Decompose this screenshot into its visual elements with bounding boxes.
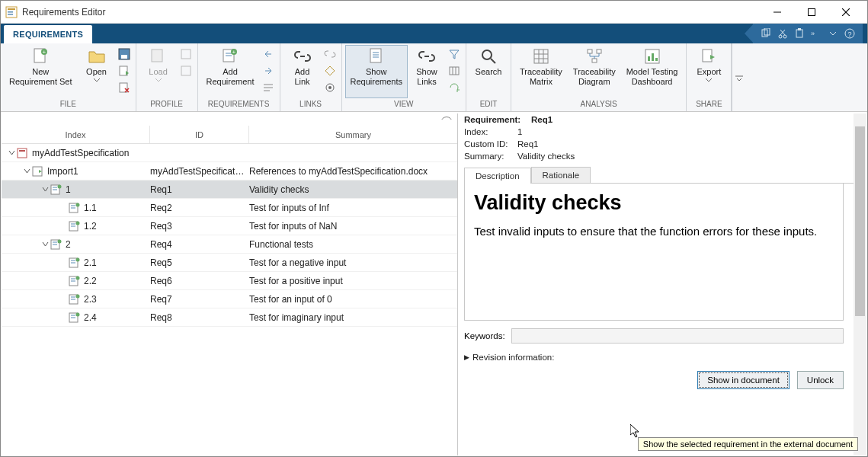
- minimize-button[interactable]: [760, 2, 794, 23]
- table-row[interactable]: myAddTestSpecification: [2, 144, 457, 162]
- unlink-icon[interactable]: [322, 46, 338, 62]
- table-row[interactable]: 2.1Req5Test for a negative input: [2, 254, 457, 272]
- title-bar: Requirements Editor: [1, 1, 867, 24]
- traceability-matrix-button[interactable]: Traceability Matrix: [514, 45, 568, 98]
- load-profile-button[interactable]: Load: [139, 45, 178, 98]
- import-icon: [32, 165, 44, 177]
- label: Traceability Matrix: [520, 67, 562, 86]
- app-icon: [5, 6, 18, 18]
- row-id: Req3: [150, 221, 249, 232]
- new-requirement-set-button[interactable]: + New Requirement Set: [4, 45, 78, 98]
- expand-toggle[interactable]: [21, 168, 32, 174]
- keywords-input[interactable]: [511, 328, 844, 344]
- col-index[interactable]: Index: [2, 126, 150, 143]
- tooltip: Show the selected requirement in the ext…: [638, 437, 858, 451]
- help-icon[interactable]: ?: [841, 25, 858, 42]
- col-id[interactable]: ID: [150, 126, 249, 143]
- more-icon[interactable]: »: [808, 25, 825, 42]
- show-in-document-button[interactable]: Show in document: [697, 371, 790, 389]
- expand-toggle[interactable]: [40, 241, 50, 248]
- link-gear-icon[interactable]: [322, 80, 338, 95]
- req-icon: [69, 202, 81, 214]
- req-icon: [50, 238, 62, 251]
- expand-toggle[interactable]: [40, 186, 50, 193]
- table-row[interactable]: Import1myAddTestSpecificationReferences …: [2, 162, 457, 181]
- row-index: 1.1: [84, 203, 97, 213]
- refresh-icon[interactable]: [446, 80, 463, 95]
- group-label-edit: EDIT: [469, 100, 508, 111]
- model-testing-dashboard-button[interactable]: Model Testing Dashboard: [621, 45, 684, 98]
- tab-requirements[interactable]: REQUIREMENTS: [4, 25, 92, 43]
- promote-icon[interactable]: [260, 46, 277, 62]
- label: Search: [476, 67, 502, 77]
- row-summary: Test for inputs of Inf: [249, 203, 457, 213]
- traceability-diagram-button[interactable]: Traceability Diagram: [568, 45, 621, 98]
- copy-icon[interactable]: [757, 25, 774, 42]
- new-file-icon: +: [31, 47, 50, 66]
- row-index: 1: [66, 184, 71, 195]
- show-requirements-button[interactable]: Show Requirements: [345, 45, 408, 98]
- dropdown-icon[interactable]: [825, 25, 841, 42]
- add-requirement-button[interactable]: + Add Requirement: [201, 45, 260, 98]
- open-folder-icon: [88, 47, 106, 66]
- table-row[interactable]: 2.3Req7Test for an input of 0: [2, 290, 457, 308]
- label: Load: [149, 67, 167, 77]
- row-index: 2.4: [84, 312, 97, 323]
- open-button[interactable]: Open: [78, 45, 116, 98]
- row-summary: Test for a positive input: [249, 276, 457, 286]
- show-links-button[interactable]: Show Links: [408, 45, 446, 98]
- tree-header: Index ID Summary: [2, 120, 457, 144]
- mouse-cursor: [630, 424, 641, 438]
- label: Add Link: [294, 67, 309, 86]
- unlock-button[interactable]: Unlock: [797, 371, 844, 389]
- table-row[interactable]: 2.2Req6Test for a positive input: [2, 272, 457, 290]
- collapse-ribbon-button[interactable]: [732, 43, 745, 111]
- table-row[interactable]: 2.4Req8Test for imaginary input: [2, 308, 457, 327]
- group-label-analysis: ANALYSIS: [514, 100, 683, 111]
- justify-icon[interactable]: [260, 80, 277, 95]
- description-body: Test invalid inputs to ensure that the f…: [474, 224, 834, 239]
- svg-rect-65: [19, 150, 25, 152]
- table-row[interactable]: 1.2Req3Test for inputs of NaN: [2, 217, 457, 235]
- row-summary: References to myAddTestSpecification.doc…: [249, 166, 457, 177]
- description-box[interactable]: Validity checks Test invalid inputs to e…: [464, 184, 844, 321]
- table-row[interactable]: 2Req4Functional tests: [2, 235, 457, 254]
- diagram-icon: [585, 47, 604, 66]
- svg-point-82: [58, 239, 62, 243]
- svg-point-11: [783, 35, 786, 38]
- row-id: Req6: [150, 276, 249, 286]
- svg-point-40: [328, 86, 332, 89]
- export-button[interactable]: Export: [690, 45, 728, 98]
- scrollbar[interactable]: [854, 113, 866, 455]
- demote-icon[interactable]: [260, 63, 277, 78]
- import-icon[interactable]: [116, 63, 133, 78]
- close-button[interactable]: [828, 2, 863, 23]
- row-id: Req2: [150, 203, 249, 213]
- ribbon-tabstrip: REQUIREMENTS » ?: [1, 24, 867, 43]
- tab-rationale[interactable]: Rationale: [531, 167, 591, 183]
- columns-icon[interactable]: [446, 63, 463, 78]
- revision-info-expander[interactable]: ▶ Revision information:: [458, 348, 866, 366]
- tree-body[interactable]: myAddTestSpecificationImport1myAddTestSp…: [2, 144, 457, 455]
- group-label-share: SHARE: [690, 100, 728, 111]
- paste-icon[interactable]: [791, 25, 808, 42]
- table-row[interactable]: 1Req1Validity checks: [2, 181, 457, 199]
- close-file-icon[interactable]: [116, 80, 133, 95]
- expand-toggle[interactable]: [6, 149, 17, 156]
- label: Traceability Diagram: [573, 67, 616, 86]
- add-link-button[interactable]: Add Link: [283, 45, 322, 98]
- row-index: myAddTestSpecification: [32, 148, 129, 158]
- link-tag-icon[interactable]: [322, 63, 338, 78]
- req-icon: [50, 184, 62, 196]
- search-button[interactable]: Search: [469, 45, 508, 98]
- keywords-label: Keywords:: [464, 331, 511, 340]
- col-summary[interactable]: Summary: [249, 126, 457, 143]
- tab-description[interactable]: Description: [464, 168, 531, 184]
- label: Export: [697, 67, 721, 77]
- table-row[interactable]: 1.1Req2Test for inputs of Inf: [2, 199, 457, 217]
- cut-icon[interactable]: [774, 25, 791, 42]
- filter-icon[interactable]: [446, 46, 463, 62]
- svg-rect-57: [592, 59, 597, 62]
- save-icon[interactable]: [116, 46, 133, 62]
- maximize-button[interactable]: [794, 2, 828, 23]
